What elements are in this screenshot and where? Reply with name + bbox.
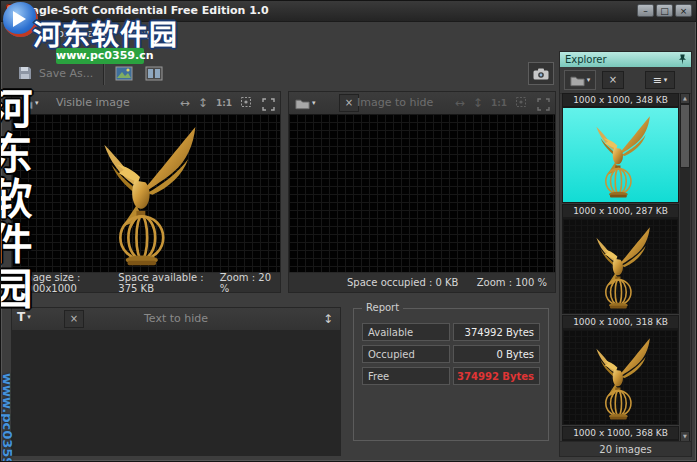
eagle-image	[588, 333, 654, 421]
report-row-free: Free 374992 Bytes	[362, 367, 540, 385]
explorer-title-bar[interactable]: Explorer	[560, 52, 691, 67]
explorer-item[interactable]: 1000 x 1000, 287 KB	[562, 204, 679, 314]
explorer-item[interactable]: 1000 x 1000, 368 KB	[562, 426, 679, 442]
visible-image-title: Visible image	[56, 92, 130, 114]
visible-image-status-bar: Image size : 1000x1000 Space available :…	[12, 272, 280, 292]
chevron-down-icon: ▾	[35, 99, 39, 107]
open-hidden-image-button[interactable]: ▾	[293, 94, 321, 112]
eagle-image	[90, 118, 203, 268]
window-title: Eagle-Soft Confidential Free Edition 1.0	[24, 1, 269, 21]
app-icon	[6, 4, 19, 17]
toolbar-separator	[103, 63, 104, 85]
chevron-down-icon: ▾	[587, 76, 591, 84]
report-value: 374992 Bytes	[453, 323, 540, 341]
chevron-down-icon: ▾	[312, 99, 316, 107]
report-value: 374992 Bytes	[453, 367, 540, 385]
report-value: 0 Bytes	[453, 345, 540, 363]
explorer-menu-button[interactable]: ≡ ▾	[645, 71, 675, 89]
thumbnail-label: 1000 x 1000, 287 KB	[562, 204, 679, 218]
fullscreen-icon[interactable]	[537, 96, 550, 115]
chevron-down-icon: ▾	[664, 76, 668, 84]
menu-workspace[interactable]: Workspace	[47, 26, 107, 41]
visible-image-canvas[interactable]	[12, 114, 280, 272]
explorer-close-folder-button[interactable]: ×	[602, 71, 624, 89]
thumbnail-image[interactable]	[562, 218, 679, 314]
image-to-hide-status-bar: Space occupied : 0 KB Zoom : 100 %	[289, 272, 555, 292]
title-bar[interactable]: Eagle-Soft Confidential Free Edition 1.0…	[1, 1, 696, 22]
thumbnail-label: 1000 x 1000, 318 KB	[562, 315, 679, 329]
thumbnail-image[interactable]	[562, 329, 679, 425]
flip-vertical-icon[interactable]: ↕	[198, 96, 208, 110]
scrollbar-thumb[interactable]	[680, 104, 690, 168]
flip-horizontal-icon[interactable]: ↔	[455, 96, 465, 110]
folder-icon	[295, 97, 310, 110]
text-to-hide-header: T ▾ × Text to hide ↕	[12, 308, 340, 331]
actual-size-button[interactable]: 1:1	[216, 98, 232, 108]
app-window: Eagle-Soft Confidential Free Edition 1.0…	[0, 0, 697, 462]
explorer-toolbar: ▾ × ≡ ▾	[560, 67, 691, 94]
clear-hidden-image-button[interactable]: ×	[339, 94, 359, 112]
explorer-open-folder-button[interactable]: ▾	[564, 70, 596, 90]
window-controls: – □ ×	[637, 4, 692, 17]
report-group: Report Available 374992 Bytes Occupied 0…	[353, 308, 549, 441]
folder-icon	[18, 97, 33, 110]
explorer-title: Explorer	[565, 54, 607, 65]
image-to-hide-tools: ↔ ↕ 1:1	[455, 92, 527, 114]
image-to-hide-panel: ▾ × Image to hide ↔ ↕ 1:1 Space occupied…	[288, 91, 556, 293]
open-visible-image-button[interactable]: ▾	[16, 94, 44, 112]
thumbnail-label: 1000 x 1000, 348 KB	[562, 93, 679, 107]
explorer-panel: Explorer ▾ × ≡ ▾ 1000 x 1000, 348 KB	[559, 51, 692, 457]
capture-button[interactable]	[528, 62, 554, 85]
scroll-up-icon[interactable]: ▲	[680, 93, 690, 104]
scroll-vertical-icon[interactable]: ↕	[323, 308, 333, 330]
visible-image-panel: ▾ Visible image ↔ ↕ 1:1 Image size : 100…	[11, 91, 281, 293]
image-to-hide-title: Image to hide	[357, 92, 433, 114]
close-button[interactable]: ×	[675, 4, 692, 17]
menu-help[interactable]: Help	[128, 26, 153, 41]
zoom-fit-icon[interactable]	[240, 96, 252, 111]
zoom-status: Zoom : 100 %	[477, 277, 547, 288]
report-title: Report	[362, 302, 403, 313]
camera-icon	[533, 68, 549, 80]
flip-horizontal-icon[interactable]: ↔	[180, 96, 190, 110]
explorer-scrollbar[interactable]: ▲ ▼	[680, 93, 690, 442]
space-occupied-status: Space occupied : 0 KB	[347, 277, 458, 288]
text-to-hide-input[interactable]	[12, 330, 340, 455]
layout-tool-button[interactable]	[141, 62, 167, 86]
report-label: Available	[362, 323, 450, 341]
main-toolbar: Save As...	[11, 57, 556, 91]
text-to-hide-title: Text to hide	[12, 308, 340, 330]
space-available-status: Space available : 375 KB	[118, 272, 219, 294]
image-to-hide-header: ▾ × Image to hide ↔ ↕ 1:1	[289, 92, 555, 115]
flip-vertical-icon[interactable]: ↕	[473, 96, 483, 110]
maximize-button[interactable]: □	[656, 4, 673, 17]
report-label: Occupied	[362, 345, 450, 363]
thumbnail-label: 1000 x 1000, 368 KB	[562, 426, 679, 440]
columns-icon	[145, 66, 163, 82]
report-row-available: Available 374992 Bytes	[362, 323, 540, 341]
report-rows: Available 374992 Bytes Occupied 0 Bytes …	[362, 323, 540, 389]
report-row-occupied: Occupied 0 Bytes	[362, 345, 540, 363]
explorer-item[interactable]: 1000 x 1000, 318 KB	[562, 315, 679, 425]
zoom-status: Zoom : 20 %	[220, 272, 272, 294]
explorer-image-count: 20 images	[560, 441, 691, 456]
save-disk-icon	[17, 65, 33, 85]
hidden-image-canvas[interactable]	[289, 114, 555, 272]
zoom-fit-icon[interactable]	[515, 96, 527, 111]
fullscreen-icon[interactable]	[262, 96, 275, 115]
minimize-button[interactable]: –	[637, 4, 654, 17]
thumbnail-image[interactable]	[562, 107, 679, 203]
eagle-image	[588, 111, 654, 199]
report-label: Free	[362, 367, 450, 385]
save-as-button[interactable]: Save As...	[39, 57, 93, 91]
explorer-thumbnail-list: 1000 x 1000, 348 KB 1000 x 1000, 287 KB …	[562, 93, 679, 442]
picture-tool-button[interactable]	[111, 62, 137, 86]
visible-image-tools: ↔ ↕ 1:1	[180, 92, 252, 114]
folder-icon	[570, 74, 585, 87]
image-size-status: Image size : 1000x1000	[20, 272, 118, 294]
explorer-item[interactable]: 1000 x 1000, 348 KB	[562, 93, 679, 203]
visible-image-header: ▾ Visible image ↔ ↕ 1:1	[12, 92, 280, 115]
actual-size-button[interactable]: 1:1	[491, 98, 507, 108]
hamburger-icon: ≡	[653, 75, 662, 86]
text-to-hide-panel: T ▾ × Text to hide ↕	[11, 307, 341, 456]
